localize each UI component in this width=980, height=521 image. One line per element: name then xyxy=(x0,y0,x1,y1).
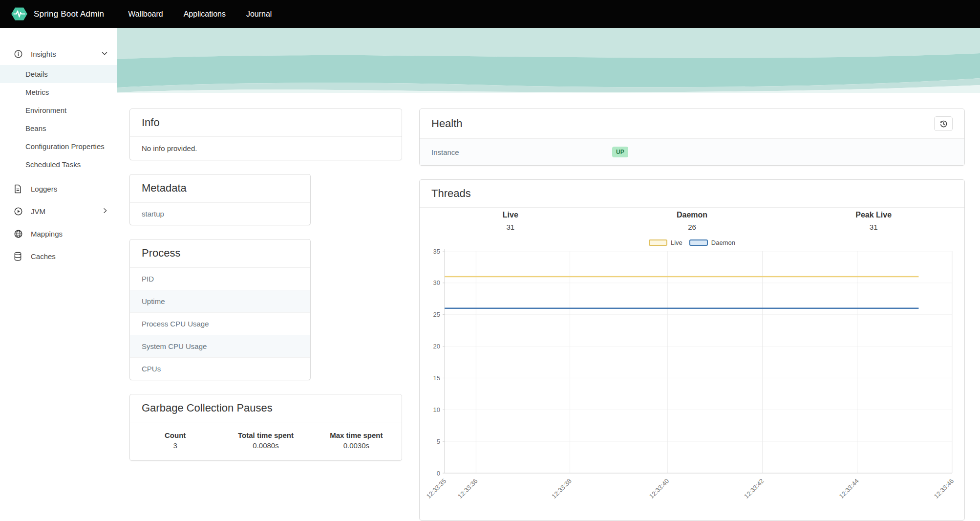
process-row-system-cpu-usage: System CPU Usage xyxy=(130,335,310,357)
info-panel-title: Info xyxy=(142,116,160,129)
gc-pauses-panel: Garbage Collection Pauses Count Total ti… xyxy=(129,394,402,461)
svg-text:25: 25 xyxy=(433,311,440,318)
info-circle-icon xyxy=(14,49,23,59)
gc-total-time-value: 0.0080s xyxy=(220,440,311,454)
sidebar-item-label: Insights xyxy=(31,50,100,58)
svg-text:20: 20 xyxy=(433,343,440,350)
legend-swatch-daemon xyxy=(689,239,708,246)
svg-text:12:33:42: 12:33:42 xyxy=(743,478,765,500)
stat-peak-live: Peak Live 31 xyxy=(783,211,964,231)
top-navbar: Spring Boot Admin Wallboard Applications… xyxy=(0,0,980,28)
process-row-process-cpu-usage: Process CPU Usage xyxy=(130,312,310,335)
threads-panel: Threads Live 31 Daemon 26 Peak Live xyxy=(419,179,965,521)
svg-text:12:33:46: 12:33:46 xyxy=(933,478,955,500)
gc-count-value: 3 xyxy=(130,440,220,454)
sidebar-item-label: Loggers xyxy=(31,185,109,193)
legend-entry-daemon: Daemon xyxy=(689,239,735,246)
brand-title: Spring Boot Admin xyxy=(34,9,104,19)
process-row-uptime: Uptime xyxy=(130,290,310,312)
hero-wave-banner xyxy=(117,28,980,93)
left-column: Info No info provided. Metadata startup … xyxy=(129,109,402,475)
gc-table: Count Total time spent Max time spent 3 … xyxy=(130,427,402,454)
chart-legend: Live Daemon xyxy=(420,239,964,246)
chevron-right-icon xyxy=(101,207,109,216)
svg-text:12:33:40: 12:33:40 xyxy=(648,478,670,500)
process-row-pid: PID xyxy=(130,267,310,290)
sidebar-item-loggers[interactable]: Loggers xyxy=(0,177,117,200)
svg-text:5: 5 xyxy=(437,438,440,445)
health-instance-label: Instance xyxy=(431,148,612,156)
gc-col-total-time: Total time spent xyxy=(220,427,311,440)
health-panel-title: Health xyxy=(431,117,463,130)
sidebar-item-environment[interactable]: Environment xyxy=(0,101,117,119)
navbar-items: Wallboard Applications Journal xyxy=(118,0,282,28)
threads-panel-title: Threads xyxy=(431,187,471,200)
sidebar-item-mappings[interactable]: Mappings xyxy=(0,222,117,245)
threads-stats-row: Live 31 Daemon 26 Peak Live 31 xyxy=(420,211,964,231)
health-instance-row: Instance UP xyxy=(420,139,964,165)
gc-col-count: Count xyxy=(130,427,220,440)
threads-chart-svg: 0510152025303512:33:3512:33:3612:33:3812… xyxy=(420,247,964,515)
insights-submenu: Details Metrics Environment Beans Config… xyxy=(0,65,117,174)
nav-item-wallboard[interactable]: Wallboard xyxy=(118,0,173,28)
svg-text:0: 0 xyxy=(437,470,440,477)
sidebar-item-configuration-properties[interactable]: Configuration Properties xyxy=(0,137,117,155)
svg-text:12:33:44: 12:33:44 xyxy=(837,478,860,500)
chevron-down-icon xyxy=(100,49,109,59)
svg-text:15: 15 xyxy=(433,374,440,382)
svg-text:12:33:38: 12:33:38 xyxy=(550,478,573,500)
process-row-cpus: CPUs xyxy=(130,357,310,380)
health-history-button[interactable] xyxy=(934,116,953,131)
info-panel-body: No info provided. xyxy=(130,137,402,160)
sidebar-item-label: Caches xyxy=(31,252,109,260)
brand-link[interactable]: Spring Boot Admin xyxy=(11,6,104,22)
history-icon xyxy=(939,120,948,128)
legend-swatch-live xyxy=(649,239,667,246)
sidebar-item-insights[interactable]: Insights xyxy=(0,43,117,65)
svg-text:10: 10 xyxy=(433,406,440,413)
sidebar-item-details[interactable]: Details xyxy=(0,65,117,83)
process-panel: Process PID Uptime Process CPU Usage Sys… xyxy=(129,239,311,380)
info-panel: Info No info provided. xyxy=(129,109,402,160)
svg-text:35: 35 xyxy=(433,248,440,255)
legend-entry-live: Live xyxy=(649,239,682,246)
health-panel: Health Instance UP xyxy=(419,109,965,166)
sidebar-item-label: JVM xyxy=(31,207,101,216)
sidebar: Insights Details Metrics Environment Bea… xyxy=(0,28,117,521)
svg-text:30: 30 xyxy=(433,279,440,286)
sidebar-item-caches[interactable]: Caches xyxy=(0,245,117,267)
spring-boot-admin-logo-icon xyxy=(11,6,28,22)
stat-daemon: Daemon 26 xyxy=(601,211,783,231)
stat-live: Live 31 xyxy=(420,211,601,231)
sidebar-item-metrics[interactable]: Metrics xyxy=(0,83,117,101)
sidebar-item-beans[interactable]: Beans xyxy=(0,119,117,137)
svg-text:12:33:35: 12:33:35 xyxy=(425,478,447,500)
sidebar-item-scheduled-tasks[interactable]: Scheduled Tasks xyxy=(0,155,117,174)
play-circle-icon xyxy=(14,206,23,216)
metadata-row-startup: startup xyxy=(130,202,310,225)
svg-text:12:33:36: 12:33:36 xyxy=(456,478,479,500)
nav-item-journal[interactable]: Journal xyxy=(236,0,282,28)
gc-value-row: 3 0.0080s 0.0030s xyxy=(130,440,402,454)
process-panel-title: Process xyxy=(142,247,180,260)
sidebar-item-jvm[interactable]: JVM xyxy=(0,200,117,222)
database-icon xyxy=(14,251,23,261)
gc-panel-title: Garbage Collection Pauses xyxy=(142,402,273,414)
globe-icon xyxy=(14,229,23,239)
file-text-icon xyxy=(14,184,23,194)
gc-col-max-time: Max time spent xyxy=(311,427,402,440)
gc-max-time-value: 0.0030s xyxy=(311,440,402,454)
threads-chart: 0510152025303512:33:3512:33:3612:33:3812… xyxy=(420,247,964,520)
metadata-panel: Metadata startup xyxy=(129,174,311,225)
status-badge-up: UP xyxy=(612,147,628,157)
right-column: Health Instance UP xyxy=(419,109,965,521)
sidebar-item-label: Mappings xyxy=(31,230,109,238)
nav-item-applications[interactable]: Applications xyxy=(173,0,236,28)
metadata-panel-title: Metadata xyxy=(142,182,187,195)
